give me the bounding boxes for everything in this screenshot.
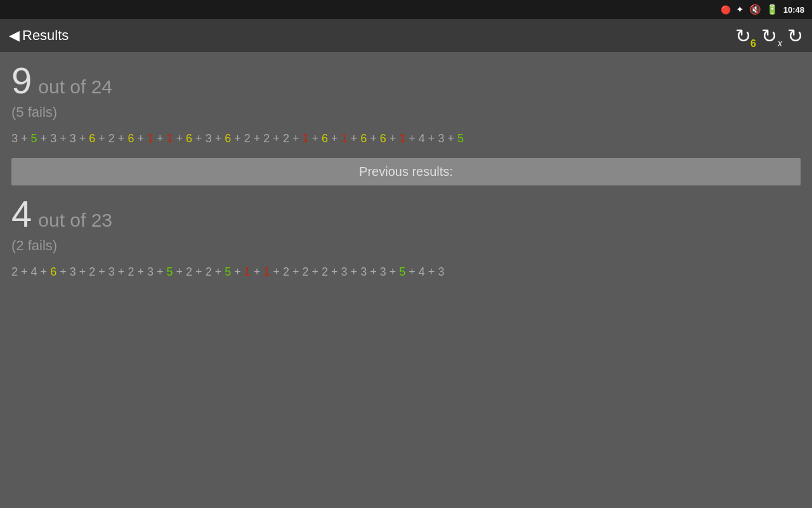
seq-token: + [157,265,164,278]
seq-token: + [273,265,280,278]
c6-subscript: 6 [750,38,756,50]
seq-token: 1 [302,132,308,145]
seq-token: + [311,132,318,145]
seq-token: 4 [31,265,37,278]
seq-token: 5 [457,132,464,145]
seq-token: 3 [70,132,76,145]
current-score-number: 9 [11,62,32,99]
previous-score-number: 4 [11,196,32,232]
seq-token: + [428,265,435,278]
seq-token: + [428,132,435,145]
seq-token: + [21,132,28,145]
seq-token: 6 [360,132,367,145]
seq-token: + [195,265,202,278]
mute-icon: 🔇 [749,4,761,15]
seq-token: 5 [399,265,405,278]
seq-token: + [176,132,183,145]
seq-token: + [60,132,67,145]
bluetooth-icon: 🔴 [721,5,731,15]
seq-token: 3 [438,265,444,278]
status-bar: 🔴 ✦ 🔇 🔋 10:48 [0,0,812,19]
seq-token: + [390,265,396,278]
nav-title: Results [22,27,69,44]
seq-token: 3 [206,132,212,145]
seq-token: 2 [283,265,289,278]
previous-result-section: 4 out of 23 (2 fails) 2 + 4 + 6 + 3 + 2 … [11,196,801,281]
seq-token: + [137,132,144,145]
seq-token: + [79,265,86,278]
seq-token: + [234,265,241,278]
seq-token: 2 [244,132,251,145]
seq-token: + [21,265,28,278]
seq-token: + [351,132,358,145]
seq-token: 2 [263,132,270,145]
seq-token: + [176,265,183,278]
seq-token: 2 [11,265,18,278]
seq-token: + [409,265,416,278]
seq-token: + [41,132,48,145]
seq-token: 3 [11,132,18,145]
seq-token: 2 [128,265,134,278]
previous-sequence: 2 + 4 + 6 + 3 + 2 + 3 + 2 + 3 + 5 + 2 + … [11,263,801,281]
seq-token: 1 [399,132,405,145]
seq-token: 3 [360,265,367,278]
current-sequence: 3 + 5 + 3 + 3 + 6 + 2 + 6 + 1 + 1 + 6 + … [11,130,801,148]
seq-token: 3 [438,132,444,145]
seq-token: + [41,265,48,278]
seq-token: + [79,132,86,145]
seq-token: 6 [225,132,231,145]
seq-token: 5 [225,265,231,278]
seq-token: + [390,132,396,145]
refresh-button[interactable]: ↻ [787,25,803,47]
seq-token: 1 [244,265,251,278]
seq-token: + [98,132,105,145]
clock: 10:48 [783,5,804,15]
seq-token: + [60,265,67,278]
seq-token: 5 [31,132,37,145]
previous-score: 4 out of 23 [11,196,801,232]
main-content: 9 out of 24 (5 fails) 3 + 5 + 3 + 3 + 6 … [0,52,812,298]
seq-token: + [292,265,299,278]
seq-token: 2 [89,265,95,278]
seq-token: + [157,132,164,145]
seq-token: 4 [419,265,425,278]
c6-button[interactable]: ↻ 6 [735,25,751,47]
seq-token: 2 [302,265,308,278]
seq-token: + [234,132,241,145]
seq-token: + [331,265,338,278]
seq-token: + [98,265,105,278]
seq-token: 2 [322,265,328,278]
back-button[interactable]: ◀ Results [9,27,69,44]
seq-token: 1 [263,265,270,278]
seq-token: + [447,132,454,145]
seq-token: + [351,265,358,278]
battery-icon: 🔋 [766,4,778,15]
seq-token: 3 [50,132,56,145]
cx-button[interactable]: ↻ x [761,25,777,47]
seq-token: 6 [89,132,95,145]
seq-token: 1 [167,132,173,145]
current-score: 9 out of 24 [11,62,801,99]
cx-subscript: x [778,38,782,48]
seq-token: + [409,132,416,145]
seq-token: 6 [380,132,386,145]
seq-token: 6 [322,132,328,145]
seq-token: 3 [70,265,76,278]
seq-token: 3 [341,265,348,278]
previous-score-text: out of 23 [38,210,112,231]
current-score-text: out of 24 [38,76,112,98]
seq-token: + [311,265,318,278]
seq-token: 6 [186,132,192,145]
seq-token: 2 [186,265,192,278]
seq-token: 3 [108,265,115,278]
seq-token: + [215,265,222,278]
seq-token: 3 [380,265,386,278]
seq-token: + [118,132,125,145]
seq-token: 6 [128,132,134,145]
seq-token: 5 [167,265,173,278]
seq-token: + [195,132,202,145]
seq-token: + [118,265,125,278]
seq-token: 1 [147,132,154,145]
current-fails: (5 fails) [11,104,801,121]
nav-bar: ◀ Results ↻ 6 ↻ x ↻ [0,19,812,52]
